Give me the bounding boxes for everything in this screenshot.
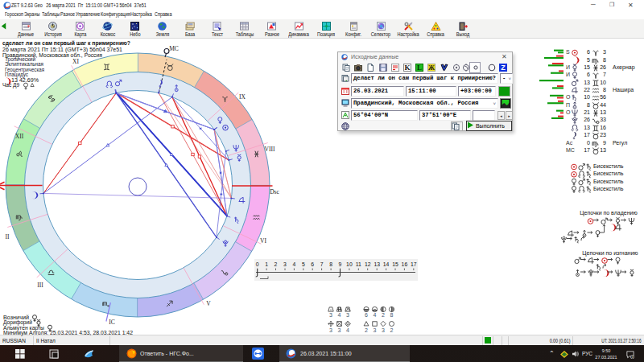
svg-text:MC: MC [169,45,179,52]
svg-text:сделает ли он сам первый шаг к: сделает ли он сам первый шаг к примирени… [2,39,130,47]
svg-text:III: III [37,282,43,289]
svg-text:13: 13 [374,261,380,267]
svg-text:22: 22 [584,87,590,93]
svg-text:23: 23 [600,132,606,138]
svg-text:6: 6 [587,49,590,55]
svg-text:Регул: Регул [613,140,627,146]
svg-text:3: 3 [329,327,332,333]
svg-text:VI: VI [260,237,266,245]
svg-text:13: 13 [600,147,606,153]
svg-text:7: 7 [603,72,606,77]
svg-text:5: 5 [587,57,590,63]
svg-text:4: 4 [346,327,349,333]
svg-text:13: 13 [600,109,606,115]
svg-text:XI: XI [72,58,79,65]
svg-text:8: 8 [329,261,332,267]
svg-text:Dsc: Dsc [270,188,279,195]
svg-text:2: 2 [390,327,394,333]
svg-text:IC: IC [109,319,115,326]
svg-text:14: 14 [383,261,390,267]
svg-text:Бисекстиль: Бисекстиль [593,171,624,176]
svg-text:17: 17 [584,132,590,138]
svg-text:Z: Z [501,64,506,72]
svg-text:26: 26 [600,64,606,70]
svg-text:MC: MC [566,147,575,153]
svg-text:15: 15 [392,261,398,267]
svg-text:И: И [566,72,570,77]
svg-text:Цепочки по владению: Цепочки по владению [580,210,637,216]
svg-text:Бисекстиль: Бисекстиль [593,163,624,169]
svg-text:Бисекстиль: Бисекстиль [593,186,624,191]
svg-text:7: 7 [320,261,324,267]
svg-text:Ахернар: Ахернар [613,64,635,71]
svg-text:56: 56 [600,94,606,100]
svg-text:8: 8 [603,57,606,63]
svg-text:II: II [6,233,10,241]
svg-text:8: 8 [603,87,606,93]
svg-text:6: 6 [365,312,368,318]
svg-text:2: 2 [275,261,278,267]
svg-text:13: 13 [584,125,590,130]
svg-text:44: 44 [600,102,606,108]
svg-text:3: 3 [382,327,385,333]
svg-text:VIII: VIII [265,146,275,153]
svg-text:Минимум Алголя: 25.03.2021 4:: Минимум Алголя: 25.03.2021 4:53, 28.03.2… [3,330,133,336]
svg-text:16: 16 [402,261,408,267]
svg-text:15: 15 [584,64,590,70]
svg-text:П: П [566,102,570,108]
svg-text:10: 10 [584,94,590,100]
svg-text:3: 3 [338,327,341,333]
svg-text:21: 21 [584,109,590,115]
svg-text:Час Д9: Час Д9 [2,82,19,88]
svg-text:10: 10 [346,261,353,267]
svg-text:S: S [566,49,570,55]
svg-text:3: 3 [329,312,332,318]
svg-text:5: 5 [302,261,305,267]
svg-text:L: L [417,64,422,72]
svg-text:8: 8 [390,312,394,318]
svg-text:2: 2 [365,327,368,333]
svg-text:Бисекстиль: Бисекстиль [593,179,624,184]
svg-text:33: 33 [600,117,606,122]
svg-text:Нашира: Нашира [613,87,634,93]
svg-text:13: 13 [584,80,590,85]
svg-text:Ас: Ас [566,140,573,146]
svg-text:3: 3 [346,312,349,318]
svg-text:9: 9 [603,140,606,146]
svg-text:16: 16 [600,125,606,130]
svg-text:K: K [404,64,410,72]
svg-text:3: 3 [283,261,287,267]
svg-text:Цепочки по изгнанию: Цепочки по изгнанию [582,250,638,257]
svg-text:V: V [206,300,211,307]
svg-text:12: 12 [365,261,371,267]
svg-text:6: 6 [311,261,314,267]
svg-text:4: 4 [338,312,341,318]
svg-text:4: 4 [293,261,296,267]
svg-text:IX: IX [239,93,246,101]
svg-text:Ж: Ж [428,64,435,72]
svg-text:6: 6 [587,72,590,77]
svg-text:4: 4 [374,312,377,318]
svg-text:26: 26 [584,117,590,122]
svg-text:0: 0 [587,140,590,146]
svg-text:XII: XII [15,133,24,140]
svg-text:О: О [566,94,571,100]
svg-text:1: 1 [265,261,268,267]
svg-text:3: 3 [603,49,606,55]
svg-text:И: И [566,64,570,70]
svg-text:17: 17 [411,261,417,267]
svg-text:11: 11 [356,261,361,267]
svg-text:8: 8 [587,102,590,108]
svg-text:О: О [566,109,571,115]
svg-text:9: 9 [339,261,342,267]
svg-text:10: 10 [600,80,606,85]
svg-text:0: 0 [256,261,259,267]
svg-text:2: 2 [382,312,385,318]
svg-text:3: 3 [374,327,377,333]
svg-text:17: 17 [584,147,590,153]
